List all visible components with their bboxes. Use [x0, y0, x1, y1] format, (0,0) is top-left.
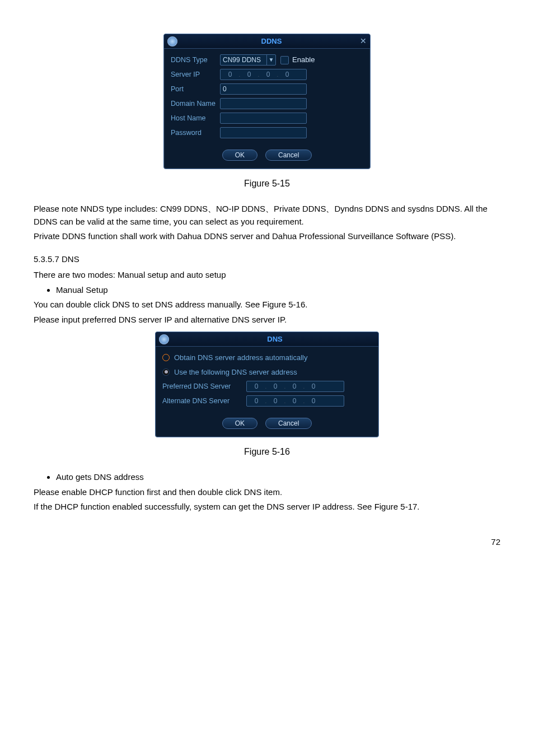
chevron-down-icon: ▼	[266, 55, 275, 65]
server-ip-label: Server IP	[171, 69, 220, 80]
enable-label: Enable	[292, 54, 315, 66]
section-heading: 5.3.5.7 DNS	[34, 253, 500, 266]
dns-dialog: DNS Obtain DNS server address automatica…	[155, 332, 379, 437]
paragraph: You can double click DNS to set DNS addr…	[34, 298, 500, 311]
preferred-dns-input[interactable]: 0. 0. 0. 0	[246, 381, 344, 392]
window-icon	[167, 36, 177, 46]
host-label: Host Name	[171, 113, 220, 124]
window-icon	[159, 334, 169, 344]
ddns-dialog: DDNS ✕ DDNS Type CN99 DDNS ▼ Enable Serv…	[163, 34, 371, 169]
cancel-button[interactable]: Cancel	[265, 418, 312, 429]
radio-selected-icon	[162, 368, 170, 376]
enable-checkbox[interactable]	[280, 56, 289, 64]
radio-auto-row[interactable]: Obtain DNS server address automatically	[162, 352, 372, 363]
list-item: Auto gets DNS address	[56, 471, 500, 484]
server-ip-input[interactable]: 0. 0. 0. 0	[220, 69, 307, 80]
ddns-type-label: DDNS Type	[171, 55, 220, 66]
paragraph: If the DHCP function enabled successfull…	[34, 501, 500, 514]
alternate-dns-label: Alternate DNS Server	[162, 396, 246, 407]
figure-caption-2: Figure 5-16	[34, 445, 500, 459]
password-label: Password	[171, 128, 220, 138]
radio-manual-label: Use the following DNS server address	[174, 367, 297, 378]
ddns-title: DDNS	[183, 36, 360, 47]
domain-label: Domain Name	[171, 99, 220, 109]
paragraph: There are two modes: Manual setup and au…	[34, 269, 500, 282]
cancel-button[interactable]: Cancel	[265, 150, 312, 161]
radio-manual-row[interactable]: Use the following DNS server address	[162, 367, 372, 378]
preferred-dns-label: Preferred DNS Server	[162, 381, 246, 392]
ok-button[interactable]: OK	[222, 418, 257, 429]
list-item: Manual Setup	[56, 284, 500, 297]
paragraph: Private DDNS function shall work with Da…	[34, 230, 500, 243]
port-label: Port	[171, 84, 220, 95]
port-input[interactable]	[220, 83, 307, 95]
radio-unselected-icon	[162, 354, 170, 361]
ok-button[interactable]: OK	[222, 150, 257, 161]
paragraph: Please note NNDS type includes: CN99 DDN…	[34, 203, 500, 228]
password-input[interactable]	[220, 127, 307, 138]
figure-caption-1: Figure 5-15	[34, 177, 500, 190]
dns-titlebar: DNS	[156, 332, 378, 347]
paragraph: Please enable DHCP function first and th…	[34, 486, 500, 499]
alternate-dns-input[interactable]: 0. 0. 0. 0	[246, 395, 344, 407]
radio-auto-label: Obtain DNS server address automatically	[174, 352, 307, 363]
close-icon[interactable]: ✕	[360, 35, 367, 47]
page-number: 72	[34, 536, 500, 549]
ddns-type-select[interactable]: CN99 DDNS ▼	[220, 54, 276, 66]
domain-input[interactable]	[220, 98, 307, 109]
paragraph: Please input preferred DNS server IP and…	[34, 314, 500, 326]
ddns-titlebar: DDNS ✕	[164, 34, 370, 49]
dns-title: DNS	[175, 334, 375, 345]
host-input[interactable]	[220, 113, 307, 124]
